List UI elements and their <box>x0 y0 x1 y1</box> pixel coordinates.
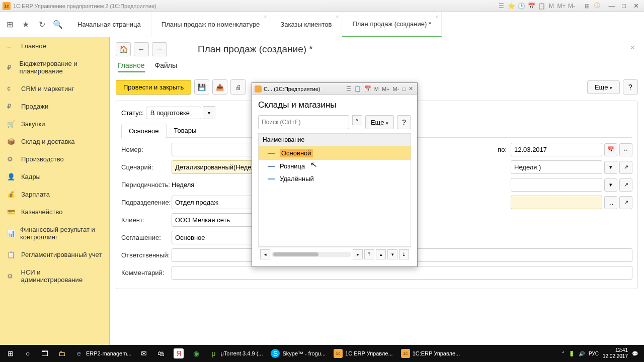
apps-icon[interactable]: ⊞ <box>4 19 15 30</box>
sidebar-item-finance[interactable]: 📊Финансовый результат и контроллинг <box>0 221 109 246</box>
tool-icon[interactable]: 📅 <box>363 85 373 92</box>
start-button[interactable]: ⊞ <box>2 346 19 361</box>
scenario-input[interactable] <box>172 160 263 174</box>
up-icon[interactable]: ▴ <box>376 249 386 259</box>
tool-icon[interactable]: M <box>547 2 555 10</box>
save-button[interactable]: 💾 <box>194 79 209 95</box>
volume-icon[interactable]: 🔊 <box>579 351 585 356</box>
doctab-main[interactable]: Основное <box>121 124 167 138</box>
subtab-files[interactable]: Файлы <box>155 61 177 72</box>
maximize-icon[interactable]: □ <box>400 86 407 92</box>
sidebar-item-production[interactable]: ⚙Производство <box>0 150 109 168</box>
more-button[interactable]: Еще ▾ <box>587 80 620 94</box>
status-select[interactable]: В подготовке <box>146 107 201 119</box>
comment-input[interactable] <box>172 266 632 280</box>
taskbar-app-edge[interactable]: eERP2-managem... <box>70 346 135 361</box>
select-icon[interactable]: … <box>604 196 617 209</box>
sidebar-item-hr[interactable]: 👤Кадры <box>0 168 109 186</box>
m-minus-icon[interactable]: M- <box>391 86 401 92</box>
taskbar-app-store[interactable]: 🛍 <box>152 346 170 361</box>
doctab-goods[interactable]: Товары <box>167 123 204 137</box>
scroll-left-icon[interactable]: ◂ <box>260 249 270 259</box>
info-icon[interactable]: ⓘ <box>593 2 601 10</box>
tray-up-icon[interactable]: ˄ <box>562 351 565 356</box>
language-indicator[interactable]: РУС <box>589 351 599 356</box>
back-button[interactable]: ← <box>134 42 149 56</box>
dept-input[interactable] <box>172 196 263 209</box>
tool-icon[interactable]: 🕒 <box>517 2 525 10</box>
close-icon[interactable]: × <box>264 14 267 20</box>
tool-icon[interactable]: ⭐ <box>507 2 515 10</box>
to-date-input[interactable] <box>511 143 602 156</box>
calendar-icon[interactable]: 📅 <box>604 143 617 156</box>
taskbar-app-skype[interactable]: SSkype™ - frogu... <box>267 346 330 361</box>
sidebar-item-budget[interactable]: ₽Бюджетирование и планирование <box>0 55 109 80</box>
tool-icon[interactable]: 📋 <box>353 85 363 92</box>
sidebar-item-crm[interactable]: ¢CRM и маркетинг <box>0 80 109 98</box>
tool-icon[interactable]: ☰ <box>345 85 353 92</box>
close-button[interactable]: ✕ <box>630 2 641 11</box>
right-input-2[interactable] <box>511 178 602 192</box>
first-icon[interactable]: ⤒ <box>364 249 374 259</box>
list-item[interactable]: Розница <box>259 160 411 172</box>
taskbar-app-yandex[interactable]: Я <box>170 346 188 361</box>
post-button[interactable]: 📤 <box>212 79 227 95</box>
taskbar-app-1c[interactable]: 1c1С:ERP Управле... <box>397 346 464 361</box>
down-icon[interactable]: ▾ <box>387 249 397 259</box>
panel-icon[interactable]: ⊞ <box>583 2 591 10</box>
warehouse-input[interactable] <box>511 196 602 209</box>
taskbar-app-1c[interactable]: 1c1С:ERP Управле... <box>330 346 397 361</box>
taskbar-app-mail[interactable]: ✉ <box>135 346 152 361</box>
dropdown-icon[interactable]: ▾ <box>604 178 617 192</box>
taskbar-app-utorrent[interactable]: μμTorrent 3.4.9 (... <box>205 346 267 361</box>
last-icon[interactable]: ⤓ <box>399 249 409 259</box>
dropdown-icon[interactable]: ▾ <box>203 106 215 119</box>
taskview-button[interactable]: 🗔 <box>36 346 53 361</box>
tool-icon[interactable]: M- <box>568 2 576 10</box>
refresh-button[interactable]: ↔ <box>619 143 632 156</box>
m-plus-icon[interactable]: M+ <box>380 86 391 92</box>
close-icon[interactable]: ✕ <box>407 85 415 92</box>
post-and-close-button[interactable]: Провести и закрыть <box>116 80 191 95</box>
popup-titlebar[interactable]: С... (1С:Предприятие) ☰ 📋 📅 M M+ M- □ ✕ <box>252 83 417 95</box>
close-page-button[interactable]: × <box>630 43 635 52</box>
number-input[interactable] <box>172 143 263 156</box>
tab-sales-plan-new[interactable]: План продаж (создание) *× <box>342 12 442 37</box>
sidebar-item-warehouse[interactable]: 📦Склад и доставка <box>0 133 109 150</box>
clock[interactable]: 12:41 12.02.2017 <box>603 347 628 359</box>
forward-button[interactable]: → <box>152 42 167 56</box>
list-item[interactable]: Основной <box>259 146 411 160</box>
home-button[interactable]: 🏠 <box>116 42 131 56</box>
subtab-main[interactable]: Главное <box>118 61 145 72</box>
maximize-button[interactable]: □ <box>618 2 629 11</box>
star-icon[interactable]: ★ <box>20 19 31 30</box>
popup-more-button[interactable]: Еще ▾ <box>365 115 394 129</box>
open-icon[interactable]: ↗ <box>619 178 632 192</box>
popup-help-button[interactable]: ? <box>397 115 411 129</box>
m-icon[interactable]: M <box>373 86 380 92</box>
scenario-right-input[interactable] <box>511 160 602 174</box>
tab-home[interactable]: Начальная страница <box>67 12 151 37</box>
tab-client-orders[interactable]: Заказы клиентов× <box>270 12 342 37</box>
history-icon[interactable]: ↻ <box>36 19 47 30</box>
close-icon[interactable]: × <box>435 14 438 20</box>
close-icon[interactable]: × <box>336 14 339 20</box>
clear-search-button[interactable]: × <box>352 115 362 125</box>
tool-icon[interactable]: 📅 <box>527 2 535 10</box>
explorer-button[interactable]: 🗀 <box>53 346 70 361</box>
sidebar-item-sales[interactable]: ₽Продажи <box>0 98 109 115</box>
search-icon[interactable]: 🔍 <box>52 19 63 30</box>
dropdown-icon[interactable]: ▾ <box>604 161 617 174</box>
sidebar-item-main[interactable]: ≡Главное <box>0 37 109 55</box>
sidebar-item-treasury[interactable]: 💳Казначейство <box>0 203 109 221</box>
tab-sales-plans[interactable]: Планы продаж по номенклатуре× <box>151 12 271 37</box>
open-icon[interactable]: ↗ <box>619 196 632 209</box>
tool-icon[interactable]: M+ <box>557 2 566 10</box>
tool-icon[interactable]: ☰ <box>497 2 505 10</box>
taskbar-app-chrome[interactable]: ◉ <box>188 346 205 361</box>
sidebar-item-accounting[interactable]: 📋Регламентированный учет <box>0 246 109 263</box>
open-icon[interactable]: ↗ <box>619 161 632 174</box>
cortana-button[interactable]: ○ <box>19 346 36 361</box>
tool-icon[interactable]: 📋 <box>537 2 545 10</box>
help-button[interactable]: ? <box>623 79 638 95</box>
